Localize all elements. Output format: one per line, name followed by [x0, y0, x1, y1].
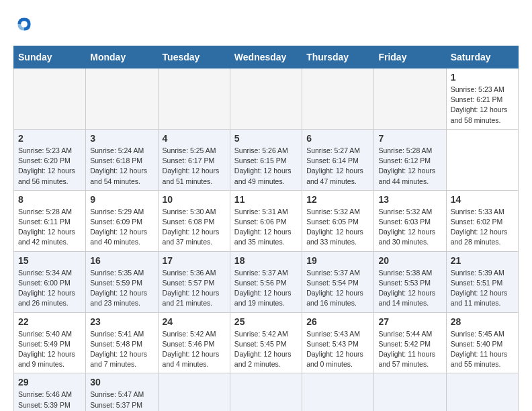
day-info: Sunrise: 5:29 AMSunset: 6:09 PMDaylight:…	[90, 207, 153, 248]
day-cell-18: 18Sunrise: 5:37 AMSunset: 5:56 PMDayligh…	[230, 251, 302, 312]
day-cell-30: 30Sunrise: 5:47 AMSunset: 5:37 PMDayligh…	[86, 373, 158, 411]
day-number: 16	[90, 255, 153, 266]
day-number: 14	[451, 194, 514, 205]
calendar-week-3: 8Sunrise: 5:28 AMSunset: 6:11 PMDaylight…	[14, 190, 519, 251]
header-tuesday: Tuesday	[158, 46, 230, 68]
calendar-week-4: 15Sunrise: 5:34 AMSunset: 6:00 PMDayligh…	[14, 251, 519, 312]
day-cell-16: 16Sunrise: 5:35 AMSunset: 5:59 PMDayligh…	[86, 251, 158, 312]
day-info: Sunrise: 5:39 AMSunset: 5:51 PMDaylight:…	[451, 268, 514, 309]
day-info: Sunrise: 5:36 AMSunset: 5:57 PMDaylight:…	[163, 268, 226, 309]
day-number: 3	[90, 133, 153, 144]
day-number: 23	[90, 316, 153, 327]
day-number: 11	[234, 194, 298, 205]
day-info: Sunrise: 5:28 AMSunset: 6:11 PMDaylight:…	[18, 207, 81, 248]
page-header	[13, 13, 519, 35]
day-number: 19	[306, 255, 369, 266]
day-cell-26: 26Sunrise: 5:43 AMSunset: 5:43 PMDayligh…	[302, 312, 374, 373]
day-cell-19: 19Sunrise: 5:37 AMSunset: 5:54 PMDayligh…	[302, 251, 374, 312]
day-number: 18	[234, 255, 298, 266]
day-cell-17: 17Sunrise: 5:36 AMSunset: 5:57 PMDayligh…	[158, 251, 230, 312]
empty-cell	[14, 68, 86, 130]
day-info: Sunrise: 5:44 AMSunset: 5:42 PMDaylight:…	[378, 329, 441, 370]
calendar-week-6: 29Sunrise: 5:46 AMSunset: 5:39 PMDayligh…	[14, 373, 519, 411]
day-cell-2: 2Sunrise: 5:23 AMSunset: 6:20 PMDaylight…	[14, 129, 86, 190]
calendar-week-2: 2Sunrise: 5:23 AMSunset: 6:20 PMDaylight…	[14, 129, 519, 190]
day-number: 24	[163, 316, 226, 327]
day-number: 20	[378, 255, 441, 266]
day-info: Sunrise: 5:43 AMSunset: 5:43 PMDaylight:…	[306, 329, 369, 370]
calendar-header-row: SundayMondayTuesdayWednesdayThursdayFrid…	[14, 46, 519, 68]
day-cell-24: 24Sunrise: 5:42 AMSunset: 5:46 PMDayligh…	[158, 312, 230, 373]
day-number: 13	[378, 194, 441, 205]
day-cell-1: 1Sunrise: 5:23 AMSunset: 6:21 PMDaylight…	[446, 68, 518, 130]
day-info: Sunrise: 5:27 AMSunset: 6:14 PMDaylight:…	[306, 146, 369, 187]
day-info: Sunrise: 5:37 AMSunset: 5:54 PMDaylight:…	[306, 268, 369, 309]
day-number: 22	[18, 316, 81, 327]
day-cell-21: 21Sunrise: 5:39 AMSunset: 5:51 PMDayligh…	[446, 251, 518, 312]
header-sunday: Sunday	[14, 46, 86, 68]
day-number: 5	[234, 133, 298, 144]
day-info: Sunrise: 5:38 AMSunset: 5:53 PMDaylight:…	[378, 268, 441, 309]
day-cell-27: 27Sunrise: 5:44 AMSunset: 5:42 PMDayligh…	[374, 312, 446, 373]
day-cell-10: 10Sunrise: 5:30 AMSunset: 6:08 PMDayligh…	[158, 190, 230, 251]
day-info: Sunrise: 5:45 AMSunset: 5:40 PMDaylight:…	[451, 329, 514, 370]
empty-cell	[374, 373, 446, 411]
empty-cell	[230, 373, 302, 411]
calendar-week-1: 1Sunrise: 5:23 AMSunset: 6:21 PMDaylight…	[14, 68, 519, 130]
day-number: 28	[451, 316, 514, 327]
day-cell-6: 6Sunrise: 5:27 AMSunset: 6:14 PMDaylight…	[302, 129, 374, 190]
day-number: 27	[378, 316, 441, 327]
empty-cell	[374, 68, 446, 130]
day-number: 10	[163, 194, 226, 205]
day-number: 1	[451, 72, 514, 83]
calendar-table: SundayMondayTuesdayWednesdayThursdayFrid…	[13, 46, 519, 411]
logo-icon	[13, 13, 35, 35]
day-number: 4	[163, 133, 226, 144]
day-cell-25: 25Sunrise: 5:42 AMSunset: 5:45 PMDayligh…	[230, 312, 302, 373]
empty-cell	[230, 68, 302, 130]
header-friday: Friday	[374, 46, 446, 68]
empty-cell	[446, 373, 518, 411]
day-info: Sunrise: 5:33 AMSunset: 6:02 PMDaylight:…	[451, 207, 514, 248]
day-info: Sunrise: 5:42 AMSunset: 5:46 PMDaylight:…	[163, 329, 226, 370]
day-info: Sunrise: 5:42 AMSunset: 5:45 PMDaylight:…	[234, 329, 298, 370]
day-cell-4: 4Sunrise: 5:25 AMSunset: 6:17 PMDaylight…	[158, 129, 230, 190]
day-cell-9: 9Sunrise: 5:29 AMSunset: 6:09 PMDaylight…	[86, 190, 158, 251]
day-number: 30	[90, 377, 153, 387]
day-info: Sunrise: 5:32 AMSunset: 6:05 PMDaylight:…	[306, 207, 369, 248]
calendar-week-5: 22Sunrise: 5:40 AMSunset: 5:49 PMDayligh…	[14, 312, 519, 373]
header-thursday: Thursday	[302, 46, 374, 68]
header-wednesday: Wednesday	[230, 46, 302, 68]
day-number: 9	[90, 194, 153, 205]
day-info: Sunrise: 5:47 AMSunset: 5:37 PMDaylight:…	[90, 390, 153, 411]
logo	[13, 13, 38, 35]
day-number: 21	[451, 255, 514, 266]
empty-cell	[86, 68, 158, 130]
day-cell-3: 3Sunrise: 5:24 AMSunset: 6:18 PMDaylight…	[86, 129, 158, 190]
day-info: Sunrise: 5:28 AMSunset: 6:12 PMDaylight:…	[378, 146, 441, 187]
empty-cell	[158, 68, 230, 130]
empty-cell	[158, 373, 230, 411]
day-number: 12	[306, 194, 369, 205]
day-info: Sunrise: 5:37 AMSunset: 5:56 PMDaylight:…	[234, 268, 298, 309]
day-number: 29	[18, 377, 81, 387]
day-info: Sunrise: 5:35 AMSunset: 5:59 PMDaylight:…	[90, 268, 153, 309]
day-info: Sunrise: 5:31 AMSunset: 6:06 PMDaylight:…	[234, 207, 298, 248]
empty-cell	[302, 68, 374, 130]
day-cell-23: 23Sunrise: 5:41 AMSunset: 5:48 PMDayligh…	[86, 312, 158, 373]
day-number: 26	[306, 316, 369, 327]
day-cell-7: 7Sunrise: 5:28 AMSunset: 6:12 PMDaylight…	[374, 129, 446, 190]
day-number: 8	[18, 194, 81, 205]
day-info: Sunrise: 5:26 AMSunset: 6:15 PMDaylight:…	[234, 146, 298, 187]
day-number: 2	[18, 133, 81, 144]
day-info: Sunrise: 5:24 AMSunset: 6:18 PMDaylight:…	[90, 146, 153, 187]
day-info: Sunrise: 5:34 AMSunset: 6:00 PMDaylight:…	[18, 268, 81, 309]
day-cell-29: 29Sunrise: 5:46 AMSunset: 5:39 PMDayligh…	[14, 373, 86, 411]
day-cell-14: 14Sunrise: 5:33 AMSunset: 6:02 PMDayligh…	[446, 190, 518, 251]
header-saturday: Saturday	[446, 46, 518, 68]
day-number: 17	[163, 255, 226, 266]
day-number: 15	[18, 255, 81, 266]
day-info: Sunrise: 5:46 AMSunset: 5:39 PMDaylight:…	[18, 390, 81, 411]
day-info: Sunrise: 5:32 AMSunset: 6:03 PMDaylight:…	[378, 207, 441, 248]
day-number: 6	[306, 133, 369, 144]
